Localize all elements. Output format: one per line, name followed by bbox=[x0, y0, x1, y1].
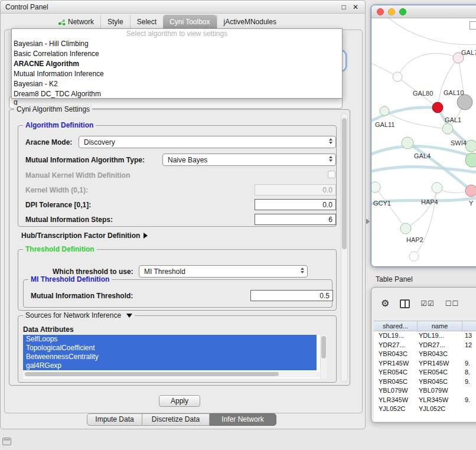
graph-node[interactable] bbox=[432, 102, 443, 113]
table-cell: 9. bbox=[462, 377, 476, 387]
bottom-tab-impute-data[interactable]: Impute Data bbox=[87, 413, 142, 426]
table-row[interactable]: YBL079WYBL079W bbox=[374, 386, 476, 396]
dropdown-item[interactable]: ARACNE Algorithm bbox=[12, 59, 342, 69]
graph-node[interactable] bbox=[402, 137, 413, 149]
dropdown-item[interactable]: Dream8 DC_TDC Algorithm bbox=[12, 89, 342, 99]
minimized-panel-icon[interactable] bbox=[2, 438, 11, 445]
panel-splitter-handle[interactable] bbox=[366, 219, 370, 224]
network-graph-svg[interactable]: GAL7GAL80GAL10GAL11GAL1SWI4GAL4GCY1HAP4H… bbox=[371, 18, 476, 267]
network-window-titlebar[interactable] bbox=[371, 5, 476, 18]
dropdown-items: Bayesian - Hill ClimbingBasic Correlatio… bbox=[12, 39, 342, 99]
table-body: YDL19...YDL19...13YDR27...YDR27...12YBR0… bbox=[374, 331, 476, 414]
table-cell: YER054C bbox=[418, 368, 462, 377]
hub-tf-expander[interactable]: Hub/Transcription Factor Definition bbox=[21, 231, 148, 240]
tab-style[interactable]: Style bbox=[100, 15, 130, 30]
table-cell: YDR27... bbox=[374, 341, 418, 350]
sources-title-text: Sources for Network Inference bbox=[25, 311, 121, 319]
tab-jactivemnodules[interactable]: jActiveMNodules bbox=[217, 15, 283, 30]
table-row[interactable]: YDR27...YDR27...12 bbox=[374, 341, 476, 350]
close-icon[interactable]: ✕ bbox=[351, 2, 360, 12]
dpi-tolerance-field[interactable]: 0.0 bbox=[255, 199, 336, 210]
scrollbar-thumb[interactable] bbox=[321, 336, 326, 358]
network-overview-box[interactable] bbox=[470, 21, 476, 30]
attributes-hscrollbar[interactable] bbox=[23, 371, 320, 377]
network-tab-icon bbox=[58, 19, 66, 25]
scrollbar-thumb[interactable] bbox=[25, 372, 279, 376]
gear-icon[interactable]: ⚙ bbox=[381, 299, 389, 308]
table-cell bbox=[462, 350, 476, 359]
tab-select[interactable]: Select bbox=[130, 15, 163, 30]
column-header-shared-name[interactable]: shared... bbox=[374, 321, 418, 332]
dropdown-item[interactable]: Bayesian - Hill Climbing bbox=[12, 39, 342, 49]
graph-node[interactable] bbox=[400, 223, 411, 234]
table-row[interactable]: YPR145WYPR145W9. bbox=[374, 359, 476, 369]
which-threshold-combobox[interactable]: MI Threshold bbox=[139, 265, 308, 278]
network-view-window: GAL7GAL80GAL10GAL11GAL1SWI4GAL4GCY1HAP4H… bbox=[371, 5, 476, 267]
graph-node[interactable] bbox=[457, 94, 472, 110]
unchecked-pair-icon[interactable]: ☐☐ bbox=[445, 299, 459, 308]
control-panel-window: Control Panel □ ✕ NetworkStyleSelectCyni… bbox=[0, 0, 366, 429]
graph-node[interactable] bbox=[371, 182, 380, 193]
aracne-mode-combobox[interactable]: Discovery bbox=[79, 136, 336, 148]
scrollbar-thumb[interactable] bbox=[342, 118, 347, 249]
table-row[interactable]: YLR345WYLR345W9. bbox=[374, 396, 476, 405]
dropdown-item[interactable]: Bayesian - K2 bbox=[12, 79, 342, 89]
graph-node[interactable] bbox=[465, 185, 476, 197]
settings-scrollbar[interactable] bbox=[341, 113, 348, 382]
graph-node-label: GCY1 bbox=[373, 200, 391, 207]
table-row[interactable]: YBR043CYBR043C bbox=[374, 350, 476, 359]
table-row[interactable]: YDL19...YDL19...13 bbox=[374, 331, 476, 341]
graph-node-label: GAL7 bbox=[461, 49, 476, 56]
attribute-list-item[interactable]: BetweennessCentrality bbox=[23, 353, 317, 361]
table-cell: YBL079W bbox=[374, 386, 418, 396]
attribute-list-item[interactable]: TopologicalCoefficient bbox=[23, 344, 317, 353]
bottom-tab-infer-network[interactable]: Infer Network bbox=[210, 413, 276, 426]
network-canvas[interactable]: GAL7GAL80GAL10GAL11GAL1SWI4GAL4GCY1HAP4H… bbox=[371, 18, 476, 267]
dropdown-item[interactable]: Mutual Information Inference bbox=[12, 69, 342, 79]
zoom-traffic-light-icon[interactable] bbox=[399, 8, 406, 15]
graph-edge bbox=[406, 188, 437, 229]
column-view-icon[interactable] bbox=[400, 299, 410, 308]
table-cell: YBR043C bbox=[374, 350, 418, 359]
graph-node[interactable] bbox=[393, 72, 402, 81]
apply-button[interactable]: Apply bbox=[159, 395, 200, 407]
graph-node[interactable] bbox=[409, 252, 419, 261]
table-cell: YPR145W bbox=[418, 359, 462, 369]
mi-threshold-field[interactable]: 0.5 bbox=[250, 290, 333, 301]
settings-group-title: Cyni Algorithm Settings bbox=[14, 105, 92, 113]
sources-group-title[interactable]: Sources for Network Inference bbox=[23, 311, 135, 319]
graph-node-label: SWI4 bbox=[451, 139, 467, 146]
table-cell: YJL052C bbox=[374, 405, 418, 414]
tab-cyni-toolbox[interactable]: Cyni Toolbox bbox=[163, 15, 216, 30]
dropdown-item[interactable]: Basic Correlation Inference bbox=[12, 49, 342, 59]
mi-threshold-label: Mutual Information Threshold: bbox=[31, 292, 133, 300]
graph-edge bbox=[397, 53, 458, 77]
tab-network[interactable]: Network bbox=[51, 15, 100, 30]
graph-node[interactable] bbox=[442, 123, 453, 134]
close-traffic-light-icon[interactable] bbox=[377, 8, 384, 15]
manual-kernel-checkbox[interactable] bbox=[328, 171, 335, 178]
graph-node[interactable] bbox=[465, 140, 476, 152]
table-row[interactable]: YBR045CYBR045C9. bbox=[374, 377, 476, 387]
attribute-list-item[interactable]: gal4RGexp bbox=[23, 361, 317, 370]
minimize-traffic-light-icon[interactable] bbox=[388, 8, 395, 15]
attribute-list-item[interactable]: SelfLoops bbox=[23, 335, 317, 344]
graph-node-label: Y bbox=[469, 200, 474, 207]
dropdown-placeholder: Select algorithm to view settings bbox=[12, 29, 342, 39]
minimize-icon[interactable]: □ bbox=[339, 2, 348, 12]
table-row[interactable]: YER054CYER054C8. bbox=[374, 368, 476, 377]
column-header-clipped[interactable] bbox=[462, 321, 476, 332]
attributes-vscrollbar[interactable] bbox=[320, 335, 327, 379]
combo-arrows-icon bbox=[329, 138, 332, 144]
table-cell: 9. bbox=[462, 359, 476, 369]
mi-steps-field[interactable]: 6 bbox=[255, 214, 336, 225]
table-row[interactable]: YJL052CYJL052C bbox=[374, 405, 476, 414]
mi-type-combobox[interactable]: Naive Bayes bbox=[162, 154, 336, 166]
bottom-tab-discretize-data[interactable]: Discretize Data bbox=[142, 413, 210, 426]
graph-node[interactable] bbox=[432, 182, 442, 193]
column-header-name[interactable]: name bbox=[418, 321, 462, 332]
table-cell: YDL19... bbox=[374, 331, 418, 341]
control-panel-titlebar[interactable]: Control Panel □ ✕ bbox=[1, 1, 365, 14]
checked-pair-icon[interactable]: ☑☑ bbox=[420, 299, 435, 308]
graph-node[interactable] bbox=[380, 106, 389, 116]
